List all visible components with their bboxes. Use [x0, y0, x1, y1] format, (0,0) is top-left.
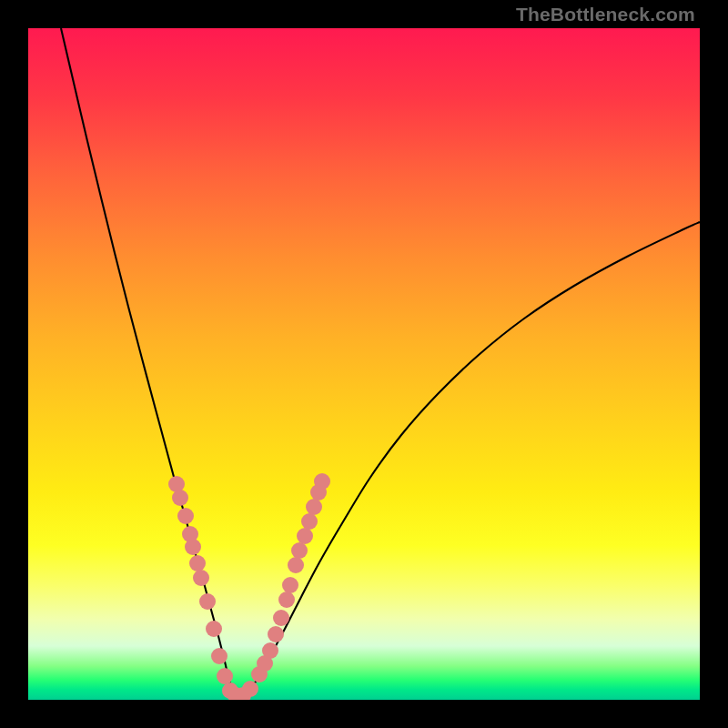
- highlight-dot: [282, 577, 298, 593]
- highlight-dot: [193, 570, 209, 586]
- highlight-dot: [273, 610, 289, 626]
- highlight-dot: [185, 539, 201, 555]
- highlight-dot: [314, 473, 330, 490]
- highlight-dot: [297, 528, 313, 544]
- outer-frame: TheBottleneck.com: [0, 0, 728, 728]
- plot-area: [28, 28, 700, 700]
- chart-svg: [28, 28, 700, 700]
- highlight-dot: [206, 621, 222, 637]
- highlight-dot: [278, 592, 295, 608]
- watermark-text: TheBottleneck.com: [516, 4, 695, 25]
- highlight-dot: [262, 642, 278, 659]
- highlight-dot: [291, 542, 308, 559]
- highlight-dot: [211, 648, 228, 664]
- highlight-dot: [306, 499, 322, 515]
- highlight-dot: [199, 593, 216, 610]
- highlight-dot: [189, 555, 206, 571]
- highlight-dot: [301, 513, 318, 530]
- highlight-dot: [242, 681, 258, 697]
- highlight-dot: [172, 490, 188, 506]
- highlight-dot: [288, 557, 304, 573]
- bottleneck-curve: [61, 28, 700, 696]
- highlight-dot: [177, 508, 194, 524]
- highlight-dot: [217, 668, 233, 684]
- highlight-dot: [268, 626, 284, 642]
